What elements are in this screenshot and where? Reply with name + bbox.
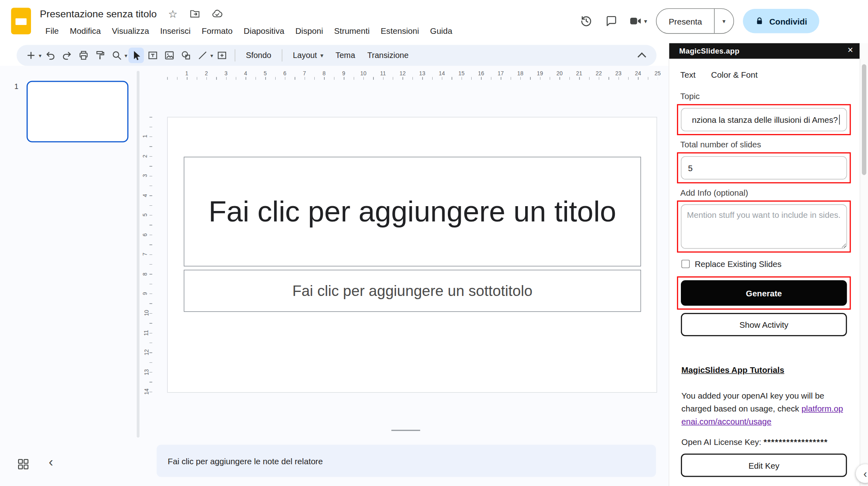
camera-icon xyxy=(629,14,642,28)
meet-camera-button[interactable]: ▾ xyxy=(629,14,647,28)
collapse-toolbar-button[interactable] xyxy=(633,47,650,64)
topic-input[interactable]: nziona la stanza delle illusioni di Ames… xyxy=(681,108,847,131)
new-slide-caret-icon[interactable]: ▾ xyxy=(39,52,41,58)
total-slides-input-value: 5 xyxy=(688,163,693,172)
topic-input-value: nziona la stanza delle illusioni di Ames… xyxy=(692,115,838,124)
menu-item-guida[interactable]: Guida xyxy=(425,24,458,37)
text-caret xyxy=(839,115,840,125)
background-button[interactable]: Sfondo xyxy=(240,49,277,62)
cloud-saved-icon[interactable] xyxy=(211,8,223,20)
speaker-notes[interactable]: Fai clic per aggiungere le note del rela… xyxy=(157,445,656,477)
replace-slides-checkbox[interactable] xyxy=(681,260,690,268)
share-button-label: Condividi xyxy=(769,17,807,26)
openai-key-note: You added your openAI key you will be ch… xyxy=(681,389,846,428)
replace-slides-label: Replace Existing Slides xyxy=(695,259,781,269)
menu-item-disponi[interactable]: Disponi xyxy=(290,24,328,37)
add-info-label: Add Info (optional) xyxy=(680,188,851,197)
license-key-masked-value: ***************** xyxy=(764,437,828,446)
edit-key-button[interactable]: Edit Key xyxy=(681,454,847,477)
license-key-row: Open AI License Key: ***************** xyxy=(681,437,851,446)
slide-canvas[interactable]: Fai clic per aggiungere un titolo Fai cl… xyxy=(167,117,657,393)
slide-thumbnail[interactable] xyxy=(27,81,128,143)
add-info-textarea[interactable] xyxy=(681,205,847,249)
menu-item-file[interactable]: File xyxy=(40,24,64,37)
image-icon xyxy=(164,50,175,61)
move-folder-icon[interactable] xyxy=(189,8,201,20)
insert-shape-button[interactable] xyxy=(178,48,194,63)
top-actions: ▾ Presenta ▾ Condividi xyxy=(578,9,819,33)
menu-item-formato[interactable]: Formato xyxy=(196,24,238,37)
version-history-icon[interactable] xyxy=(578,13,594,29)
text-box-button[interactable] xyxy=(145,48,161,63)
title-row: Presentazione senza titolo ☆ xyxy=(40,7,223,21)
insert-image-button[interactable] xyxy=(162,48,177,63)
magicslides-panel: MagicSlides.app × Text Color & Font Topi… xyxy=(669,43,860,486)
comments-icon[interactable] xyxy=(603,13,620,29)
collapse-filmstrip-button[interactable]: ‹ xyxy=(49,454,53,470)
panel-body: Text Color & Font Topic nziona la stanza… xyxy=(669,59,860,486)
present-split-button: Presenta ▾ xyxy=(656,8,734,34)
tab-color-font[interactable]: Color & Font xyxy=(711,70,758,79)
share-button[interactable]: Condividi xyxy=(743,9,819,33)
slide-title-placeholder[interactable]: Fai clic per aggiungere un titolo xyxy=(184,157,641,266)
document-title[interactable]: Presentazione senza titolo xyxy=(40,8,157,20)
panel-title: MagicSlides.app xyxy=(679,47,740,55)
ruler-vertical: 1234567891011121314 xyxy=(143,117,152,394)
paint-format-button[interactable] xyxy=(93,48,108,63)
menu-item-diapositiva[interactable]: Diapositiva xyxy=(238,24,290,37)
slide-title-placeholder-text: Fai clic per aggiungere un titolo xyxy=(208,191,616,232)
menu-bar: File Modifica Visualizza Inserisci Forma… xyxy=(40,23,458,38)
insert-placeholder-button[interactable] xyxy=(214,48,230,63)
slide-subtitle-placeholder[interactable]: Fai clic per aggiungere un sottotitolo xyxy=(184,270,641,312)
menu-item-strumenti[interactable]: Strumenti xyxy=(329,24,375,37)
toolbar-divider xyxy=(235,49,235,61)
grid-view-button[interactable] xyxy=(16,456,31,472)
menu-item-inserisci[interactable]: Inserisci xyxy=(155,24,196,37)
ruler-horizontal: 1234567891011121314151617181920212223242… xyxy=(167,70,658,80)
show-activity-button[interactable]: Show Activity xyxy=(681,313,847,336)
star-icon[interactable]: ☆ xyxy=(167,8,179,20)
transition-button[interactable]: Transizione xyxy=(362,49,414,62)
printer-icon xyxy=(78,50,89,61)
insert-line-button[interactable] xyxy=(195,48,210,63)
layout-button[interactable]: Layout▾ xyxy=(287,49,329,62)
filmstrip-scrollbar[interactable] xyxy=(137,71,140,438)
redo-icon xyxy=(62,50,73,61)
panel-scrollbar[interactable] xyxy=(860,43,868,486)
ruler-ticks xyxy=(167,77,658,80)
slide-subtitle-placeholder-text: Fai clic per aggiungere un sottotitolo xyxy=(292,282,532,300)
redo-button[interactable] xyxy=(59,48,75,63)
undo-button[interactable] xyxy=(43,48,58,63)
present-button[interactable]: Presenta xyxy=(657,9,714,33)
panel-header: MagicSlides.app × xyxy=(669,43,860,59)
topic-label: Topic xyxy=(680,91,851,101)
total-slides-input[interactable]: 5 xyxy=(681,156,847,180)
shapes-icon xyxy=(181,50,192,61)
tutorials-link[interactable]: MagicSlides App Tutorials xyxy=(681,365,784,374)
zoom-caret-icon[interactable]: ▾ xyxy=(125,52,128,58)
annotation-box-topic: nziona la stanza delle illusioni di Ames… xyxy=(677,104,851,135)
select-tool-button[interactable] xyxy=(128,48,144,63)
toolbar-divider xyxy=(282,49,282,61)
close-icon[interactable]: × xyxy=(847,45,853,56)
print-button[interactable] xyxy=(76,48,92,63)
tab-text[interactable]: Text xyxy=(680,70,696,79)
new-slide-button[interactable] xyxy=(23,48,39,63)
line-caret-icon[interactable]: ▾ xyxy=(210,52,213,58)
placeholder-frame-icon xyxy=(216,50,228,61)
menu-item-estensioni[interactable]: Estensioni xyxy=(375,24,425,37)
theme-button[interactable]: Tema xyxy=(330,49,361,62)
total-slides-label: Total number of slides xyxy=(680,140,851,149)
present-options-caret[interactable]: ▾ xyxy=(714,9,734,33)
slides-logo[interactable] xyxy=(11,8,31,34)
generate-button[interactable]: Generate xyxy=(681,280,847,306)
filmstrip-slide-number: 1 xyxy=(14,83,19,91)
top-bar: Presentazione senza titolo ☆ File Modifi… xyxy=(0,0,868,43)
lock-icon xyxy=(755,17,764,25)
zoom-button[interactable] xyxy=(109,48,125,63)
menu-item-visualizza[interactable]: Visualizza xyxy=(106,24,155,37)
panel-scrollbar-thumb[interactable] xyxy=(862,64,866,175)
replace-slides-row: Replace Existing Slides xyxy=(681,259,851,269)
menu-item-modifica[interactable]: Modifica xyxy=(64,24,106,37)
annotation-box-add-info xyxy=(677,201,851,252)
